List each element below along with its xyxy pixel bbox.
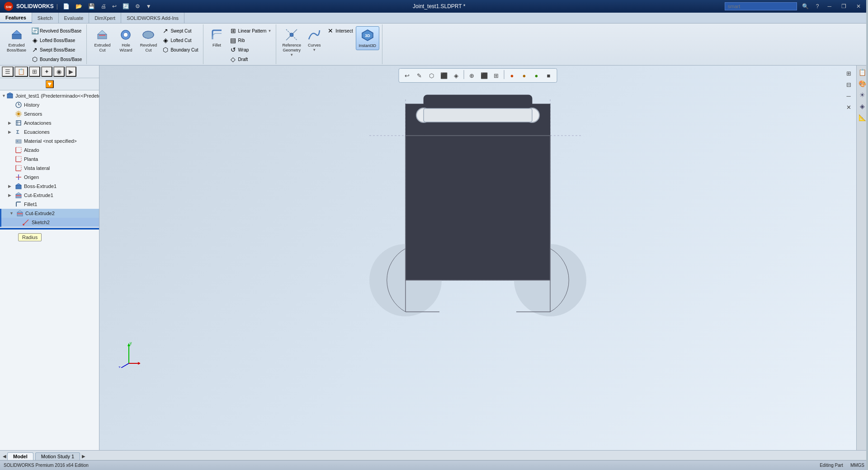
expand-icon: ▶	[8, 121, 14, 125]
tree-item-anotaciones[interactable]: ▶ Anotaciones	[0, 118, 99, 127]
wrap-button[interactable]: ↺ Wrap	[228, 45, 274, 54]
tab-sketch[interactable]: Sketch	[32, 13, 59, 23]
intersect-button[interactable]: ✕ Intersect	[325, 26, 354, 35]
tree-item-fillet1[interactable]: Fillet1	[0, 200, 99, 209]
vp-split-btn[interactable]: ⊟	[844, 80, 854, 89]
undo-btn[interactable]: ↩	[110, 2, 119, 10]
vista-lateral-icon	[14, 164, 23, 172]
extruded-boss-button[interactable]: ExtrudedBoss/Base	[5, 26, 28, 54]
vp-color1-btn[interactable]: ●	[507, 70, 518, 81]
linear-pattern-button[interactable]: ⊞ Linear Pattern ▼	[228, 26, 274, 35]
3d-viewport[interactable]: ↩ ✎ ⬡ ⬛ ◈ ⊕ ⬛ ⊞ ● ● ● ■ ⊞ ⊟ ─ ✕	[99, 66, 856, 450]
tree-item-alzado[interactable]: Alzado	[0, 146, 99, 155]
new-btn[interactable]: 📄	[61, 2, 72, 10]
material-icon	[14, 137, 23, 145]
linear-pattern-dropdown[interactable]: ▼	[268, 29, 271, 33]
vp-color3-btn[interactable]: ●	[531, 70, 542, 81]
instant3d-button[interactable]: 3D Instant3D	[356, 26, 379, 50]
scroll-right-btn[interactable]: ▶	[82, 454, 85, 459]
vp-display-btn[interactable]: ■	[543, 70, 554, 81]
options-btn[interactable]: ⚙	[133, 2, 142, 10]
restore-btn[interactable]: ❐	[838, 2, 850, 10]
vp-view5-btn[interactable]: ⬛	[479, 70, 490, 81]
tab-addins[interactable]: SOLIDWORKS Add-Ins	[121, 13, 184, 23]
display-manager-btn[interactable]: ◉	[53, 66, 65, 77]
dim-expert-btn[interactable]: ✦	[41, 66, 52, 77]
part-icon	[6, 92, 14, 100]
ref-geometry-dropdown[interactable]: ▼	[290, 53, 293, 57]
tree-item-cut-extrude2[interactable]: ▼ Cut-Extrude2	[1, 209, 99, 218]
tab-evaluate[interactable]: Evaluate	[59, 13, 90, 23]
vp-view4-btn[interactable]: ⊕	[467, 70, 477, 81]
tree-item-cut-extrude1[interactable]: ▶ Cut-Extrude1	[0, 191, 99, 200]
rib-button[interactable]: ▤ Rib	[228, 36, 274, 45]
3d-part	[360, 90, 595, 325]
tree-item-planta[interactable]: Planta	[0, 155, 99, 164]
vp-view6-btn[interactable]: ⊞	[491, 70, 502, 81]
boss-extrude1-label: Boss-Extrude1	[24, 183, 57, 189]
vp-sketch-btn[interactable]: ✎	[414, 70, 425, 81]
tree-item-sketch2[interactable]: Sketch2	[1, 218, 99, 227]
tree-item-material[interactable]: Material <not specified>	[0, 136, 99, 146]
vp-rotate-btn[interactable]: ↩	[402, 70, 413, 81]
fillet-button[interactable]: Fillet	[207, 26, 227, 49]
tree-item-root[interactable]: ▼ Joint_test1 (Predeterminado<<Predeter.…	[0, 91, 99, 100]
bottom-tabs: ◀ Model Motion Study 1 ▶	[0, 450, 868, 460]
minimize-btn[interactable]: ─	[824, 2, 835, 10]
swept-cut-icon: ↗	[162, 27, 169, 34]
draft-button[interactable]: ◇ Draft	[228, 55, 274, 64]
boundary-cut-button[interactable]: ⬡ Boundary Cut	[160, 45, 200, 54]
solidworks-logo: SW	[4, 1, 14, 11]
tree-item-history[interactable]: History	[0, 100, 99, 109]
hole-wizard-button[interactable]: HoleWizard	[115, 26, 137, 54]
vp-color2-btn[interactable]: ●	[519, 70, 530, 81]
vp-view3-btn[interactable]: ◈	[451, 70, 462, 81]
smart-filter-btn[interactable]: 🔽	[46, 80, 54, 88]
swept-cut-button[interactable]: ↗ Swept Cut	[160, 26, 200, 35]
lofted-boss-button[interactable]: ◈ Lofted Boss/Base	[29, 36, 84, 45]
tab-model[interactable]: Model	[7, 452, 33, 460]
revolved-cut-button[interactable]: RevolvedCut	[137, 26, 159, 54]
scroll-left-btn[interactable]: ◀	[3, 454, 6, 459]
extruded-cut-button[interactable]: ExtrudedCut	[90, 26, 114, 54]
boundary-boss-button[interactable]: ⬡ Boundary Boss/Base	[29, 55, 84, 64]
help-btn[interactable]: ?	[814, 2, 821, 10]
save-btn[interactable]: 💾	[86, 2, 97, 10]
tree-item-ecuaciones[interactable]: ▶ Σ Ecuaciones	[0, 127, 99, 136]
ref-geometry-button[interactable]: ReferenceGeometry ▼	[280, 26, 303, 58]
expand-icon: ▶	[8, 184, 14, 188]
vp-view2-btn[interactable]: ⬛	[439, 70, 449, 81]
tree-item-sensors[interactable]: Sensors	[0, 109, 99, 118]
tab-motion-study[interactable]: Motion Study 1	[35, 452, 80, 460]
tab-dimxpert[interactable]: DimXpert	[89, 13, 121, 23]
print-btn[interactable]: 🖨	[99, 2, 108, 10]
rebuild-btn[interactable]: 🔄	[120, 2, 132, 10]
curves-dropdown[interactable]: ▼	[312, 48, 316, 52]
property-manager-btn[interactable]: 📋	[14, 66, 28, 77]
vp-close-btn[interactable]: ✕	[844, 102, 854, 112]
curves-button[interactable]: Curves ▼	[304, 26, 324, 53]
expand-btn[interactable]: ▶	[66, 66, 76, 77]
search-btn[interactable]: 🔍	[800, 2, 811, 10]
search-input[interactable]	[725, 2, 797, 10]
vp-full-btn[interactable]: ⊞	[844, 68, 854, 78]
revolved-boss-button[interactable]: 🔄 Revolved Boss/Base	[29, 26, 84, 35]
open-btn[interactable]: 📂	[73, 2, 85, 10]
lofted-cut-icon: ◈	[162, 37, 169, 44]
feature-manager-btn[interactable]: ☰	[2, 66, 14, 77]
close-btn[interactable]: ✕	[853, 2, 864, 10]
sketch2-label: Sketch2	[32, 220, 50, 225]
swept-boss-button[interactable]: ↗ Swept Boss/Base	[29, 45, 84, 54]
vp-view1-btn[interactable]: ⬡	[426, 70, 437, 81]
dropdown-btn[interactable]: ▼	[144, 2, 154, 10]
tree-item-vista-lateral[interactable]: Vista lateral	[0, 164, 99, 173]
config-manager-btn[interactable]: ⊞	[29, 66, 40, 77]
lofted-cut-button[interactable]: ◈ Lofted Cut	[160, 36, 200, 45]
tree-item-boss-extrude1[interactable]: ▶ Boss-Extrude1	[0, 182, 99, 191]
svg-rect-2	[12, 34, 21, 39]
tree-item-origen[interactable]: Origen	[0, 173, 99, 182]
vp-min-btn[interactable]: ─	[844, 91, 854, 101]
ribbon-content: ExtrudedBoss/Base 🔄 Revolved Boss/Base ◈…	[0, 24, 868, 65]
tab-features[interactable]: Features	[0, 13, 32, 23]
rollback-bar[interactable]	[0, 228, 99, 230]
